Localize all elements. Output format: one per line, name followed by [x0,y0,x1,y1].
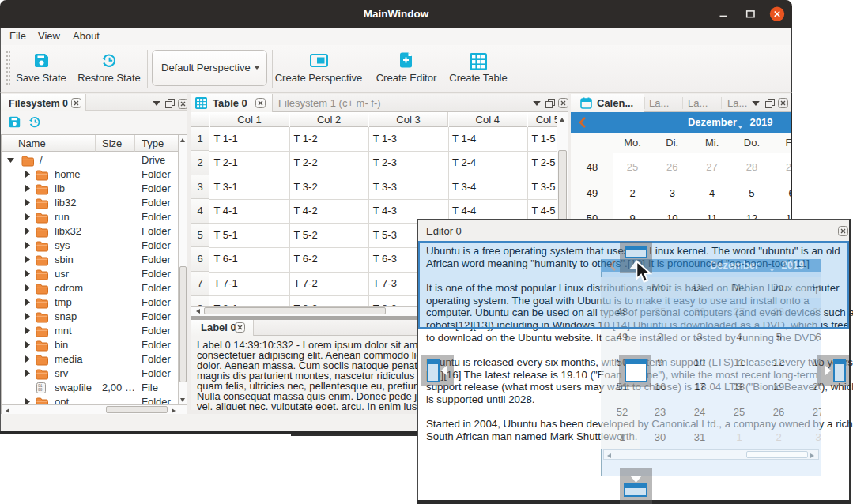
svg-text:00: 00 [38,388,43,392]
